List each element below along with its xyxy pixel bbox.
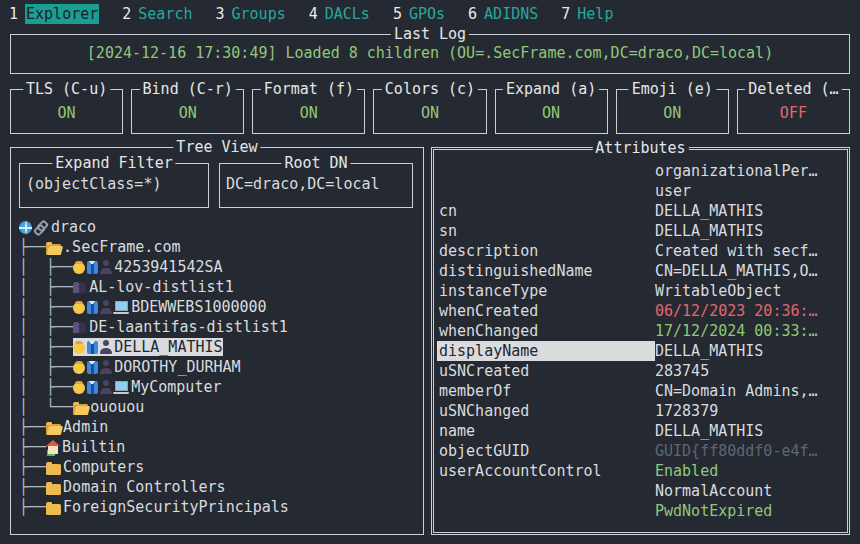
tab-number: 7	[561, 5, 570, 23]
link-icon	[34, 221, 49, 234]
root-dn-input[interactable]: Root DN DC=draco,DC=local	[219, 163, 413, 208]
necktie-icon	[87, 301, 98, 314]
toggle-label: Colors (c)	[382, 80, 478, 98]
folder-open-icon	[46, 424, 61, 435]
toggle-colors[interactable]: Colors (c)ON	[373, 89, 486, 134]
person-icon	[73, 262, 85, 274]
necktie-icon	[87, 381, 98, 394]
tree-guide: ├──	[19, 438, 46, 456]
tree-item-bdewwebs1000000[interactable]: │ ├──BDEWWEBS1000000	[19, 297, 419, 317]
tab-gpos[interactable]: 5GPOs	[393, 5, 445, 23]
group-icon	[73, 281, 87, 294]
attribute-row[interactable]: uSNCreated283745	[437, 361, 844, 381]
tree-item-label: ououou	[90, 398, 144, 416]
bust-icon	[100, 341, 112, 354]
tree-item-foreignsecurityprincipals[interactable]: ├──ForeignSecurityPrincipals	[19, 497, 419, 517]
tree-item-label: ForeignSecurityPrincipals	[63, 498, 289, 516]
toggle-label: Bind (C-r)	[140, 80, 236, 98]
tree-item-al-lov-distlist1[interactable]: │ ├──AL-lov-distlist1	[19, 277, 419, 297]
toggle-emoji[interactable]: Emoji (e)ON	[616, 89, 729, 134]
tree-item-content: DOROTHY_DURHAM	[73, 358, 240, 376]
tree-guide: ├──	[19, 478, 46, 496]
attribute-row[interactable]: userAccountControlEnabled	[437, 461, 844, 481]
expand-filter-value: (objectClass=*)	[26, 175, 161, 193]
attribute-row[interactable]: uSNChanged1728379	[437, 401, 844, 421]
person-icon	[73, 382, 85, 394]
toggle-tls[interactable]: TLS (C-u)ON	[10, 89, 123, 134]
toggle-expand[interactable]: Expand (a)ON	[495, 89, 608, 134]
attribute-value: WritableObject	[655, 281, 844, 301]
person-icon	[73, 342, 85, 354]
attribute-name: uSNChanged	[437, 401, 655, 421]
attribute-row[interactable]: objectGUIDGUID{ff80ddf0-e4f…	[437, 441, 844, 461]
tree-item-dorothy-durham[interactable]: │ ├──DOROTHY_DURHAM	[19, 357, 419, 377]
tree-item-admin[interactable]: ├──Admin	[19, 417, 419, 437]
toggle-label: Deleted (…	[745, 80, 841, 98]
tree-item-content: Admin	[46, 418, 108, 436]
attribute-row[interactable]: descriptionCreated with secf…	[437, 241, 844, 261]
attribute-value: DELLA_MATHIS	[655, 221, 844, 241]
tree-item-label: DE-laantifas-distlist1	[89, 318, 288, 336]
tab-label: Groups	[232, 5, 286, 23]
tree-item-content: DELLA_MATHIS	[73, 338, 222, 356]
attribute-name: whenCreated	[437, 301, 655, 321]
tab-explorer[interactable]: 1Explorer	[9, 5, 99, 23]
tree-item-mycomputer[interactable]: │ ├──MyComputer	[19, 377, 419, 397]
necktie-icon	[87, 361, 98, 374]
attribute-row[interactable]: whenChanged17/12/2024 00:33:…	[437, 321, 844, 341]
attribute-row[interactable]: whenCreated06/12/2023 20:36:…	[437, 301, 844, 321]
attribute-row[interactable]: displayNameDELLA_MATHIS	[437, 341, 844, 361]
tree-view-title: Tree View	[173, 138, 260, 156]
toggle-deleted[interactable]: Deleted (…OFF	[737, 89, 850, 134]
tab-groups[interactable]: 3Groups	[216, 5, 286, 23]
tab-label: Search	[138, 5, 192, 23]
tree-item--secframe-com[interactable]: ├──.SecFrame.com	[19, 237, 419, 257]
tree-item-computers[interactable]: ├──Computers	[19, 457, 419, 477]
tab-search[interactable]: 2Search	[122, 5, 192, 23]
attribute-value: user	[655, 181, 844, 201]
attribute-value: 283745	[655, 361, 844, 381]
attribute-row[interactable]: cnDELLA_MATHIS	[437, 201, 844, 221]
attribute-name: sn	[437, 221, 655, 241]
tree-item-ououou[interactable]: │ └──ououou	[19, 397, 419, 417]
tree-item-content: DE-laantifas-distlist1	[73, 318, 288, 336]
expand-filter-input[interactable]: Expand Filter (objectClass=*)	[19, 163, 209, 208]
tree-item-4253941542sa[interactable]: │ ├──4253941542SA	[19, 257, 419, 277]
attribute-row[interactable]: instanceTypeWritableObject	[437, 281, 844, 301]
tab-bar: 1Explorer2Search3Groups4DACLs5GPOs6ADIDN…	[0, 0, 860, 27]
attribute-name: uSNCreated	[437, 361, 655, 381]
tree-item-domain-controllers[interactable]: ├──Domain Controllers	[19, 477, 419, 497]
toggle-bind[interactable]: Bind (C-r)ON	[131, 89, 244, 134]
tab-number: 2	[122, 5, 131, 23]
attribute-row[interactable]: nameDELLA_MATHIS	[437, 421, 844, 441]
tree-guide: ├──	[19, 458, 46, 476]
attribute-row[interactable]: memberOfCN=Domain Admins,…	[437, 381, 844, 401]
tree-item-content: Computers	[46, 458, 144, 476]
tab-adidns[interactable]: 6ADIDNS	[468, 5, 538, 23]
tab-label: DACLs	[325, 5, 370, 23]
attribute-row[interactable]: user	[437, 181, 844, 201]
main-area: Tree View Expand Filter (objectClass=*) …	[10, 147, 850, 535]
tree-item-della-mathis[interactable]: │ ├──DELLA_MATHIS	[19, 337, 419, 357]
tree-item-content: .SecFrame.com	[46, 238, 180, 256]
tab-help[interactable]: 7Help	[561, 5, 613, 23]
tab-dacls[interactable]: 4DACLs	[309, 5, 370, 23]
tree-item-content: ForeignSecurityPrincipals	[46, 498, 289, 516]
attribute-row[interactable]: distinguishedNameCN=DELLA_MATHIS,O…	[437, 261, 844, 281]
attribute-row[interactable]: PwdNotExpired	[437, 501, 844, 521]
attribute-value: CN=DELLA_MATHIS,O…	[655, 261, 844, 281]
necktie-icon	[87, 261, 98, 274]
attribute-row[interactable]: NormalAccount	[437, 481, 844, 501]
attribute-row[interactable]: organizationalPer…	[437, 161, 844, 181]
attribute-value: PwdNotExpired	[655, 501, 844, 521]
toggle-label: Expand (a)	[503, 80, 599, 98]
attribute-name: userAccountControl	[437, 461, 655, 481]
tree-item-de-laantifas-distlist1[interactable]: │ ├──DE-laantifas-distlist1	[19, 317, 419, 337]
bust-icon	[100, 381, 112, 394]
attribute-value: Enabled	[655, 461, 844, 481]
attribute-row[interactable]: snDELLA_MATHIS	[437, 221, 844, 241]
toggle-format[interactable]: Format (f)ON	[252, 89, 365, 134]
tree-item-builtin[interactable]: ├──Builtin	[19, 437, 419, 457]
folder-icon	[46, 504, 61, 515]
tree-item-draco[interactable]: draco	[19, 217, 419, 237]
